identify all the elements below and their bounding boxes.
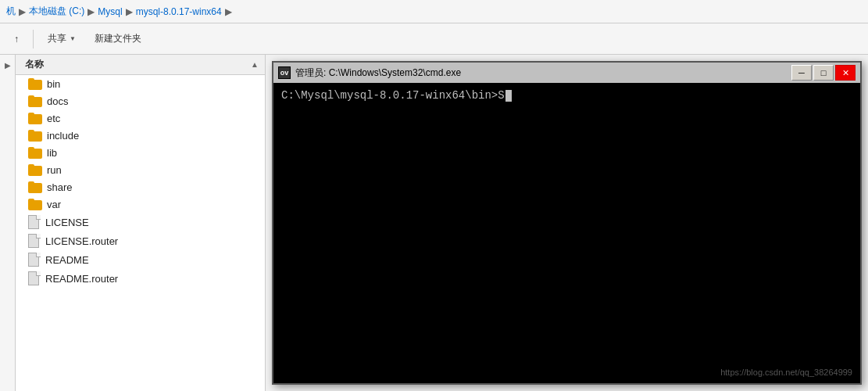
list-item[interactable]: include xyxy=(16,127,265,144)
file-icon xyxy=(28,271,41,285)
list-item[interactable]: docs xyxy=(16,92,265,109)
folder-icon xyxy=(28,77,42,90)
nav-expand-button[interactable]: ▶ xyxy=(1,58,15,72)
share-label: 共享 xyxy=(48,32,66,45)
breadcrumb-label-c: 本地磁盘 (C:) xyxy=(29,5,84,18)
file-icon xyxy=(28,234,41,248)
folder-icon xyxy=(28,146,42,159)
folder-name-share: share xyxy=(47,181,73,193)
cmd-body[interactable]: C:\Mysql\mysql-8.0.17-winx64\bin>S https… xyxy=(273,83,860,383)
cmd-window: ov 管理员: C:\Windows\System32\cmd.exe ─ □ … xyxy=(272,61,862,385)
file-icon xyxy=(28,215,41,229)
toolbar-divider-1 xyxy=(33,30,34,48)
folder-icon xyxy=(28,112,42,124)
share-button[interactable]: 共享 ▼ xyxy=(40,29,84,48)
breadcrumb-label-machine: 机 xyxy=(6,5,16,18)
cmd-watermark: https://blog.csdn.net/qq_38264999 xyxy=(720,368,852,377)
cmd-minimize-button[interactable]: ─ xyxy=(791,65,812,81)
new-folder-label: 新建文件夹 xyxy=(95,32,141,45)
main-area: ▶ 名称 ▲ bin docs etc include xyxy=(0,55,868,391)
breadcrumb-separator-2: ▶ xyxy=(88,6,95,17)
breadcrumb-item-machine[interactable]: 机 xyxy=(6,5,16,18)
breadcrumb-item-mysql64[interactable]: mysql-8.0.17-winx64 xyxy=(136,6,222,17)
cmd-app-icon: ov xyxy=(278,66,291,79)
list-item[interactable]: bin xyxy=(16,75,265,92)
cmd-close-button[interactable]: ✕ xyxy=(835,65,855,81)
list-item[interactable]: LICENSE.router xyxy=(16,231,265,250)
new-folder-button[interactable]: 新建文件夹 xyxy=(87,29,149,48)
file-explorer-panel: 名称 ▲ bin docs etc include lib xyxy=(16,55,266,391)
column-header-name: 名称 ▲ xyxy=(16,55,265,75)
breadcrumb-item-mysql[interactable]: Mysql xyxy=(98,6,122,17)
breadcrumb-separator-3: ▶ xyxy=(126,6,133,17)
list-item[interactable]: etc xyxy=(16,109,265,127)
file-list: bin docs etc include lib run xyxy=(16,75,265,288)
file-name-readme: README xyxy=(45,254,89,266)
list-item[interactable]: README.router xyxy=(16,269,265,288)
folder-icon xyxy=(28,163,42,176)
cmd-prompt-text: C:\Mysql\mysql-8.0.17-winx64\bin>S xyxy=(281,89,505,102)
cmd-cursor xyxy=(505,90,512,102)
cmd-prompt-line: C:\Mysql\mysql-8.0.17-winx64\bin>S xyxy=(281,89,852,102)
cmd-restore-button[interactable]: □ xyxy=(813,65,834,81)
folder-icon xyxy=(28,181,42,193)
folder-name-run: run xyxy=(47,164,62,176)
share-arrow-icon: ▼ xyxy=(70,35,76,42)
cmd-title-text: 管理员: C:\Windows\System32\cmd.exe xyxy=(295,66,787,80)
folder-name-include: include xyxy=(47,130,79,142)
breadcrumb-item-c[interactable]: 本地磁盘 (C:) xyxy=(29,5,84,18)
list-item[interactable]: LICENSE xyxy=(16,213,265,231)
breadcrumb-bar: 机 ▶ 本地磁盘 (C:) ▶ Mysql ▶ mysql-8.0.17-win… xyxy=(0,0,868,23)
list-item[interactable]: run xyxy=(16,161,265,178)
folder-icon xyxy=(28,129,42,142)
folder-name-docs: docs xyxy=(47,95,68,107)
toolbar: ↑ 共享 ▼ 新建文件夹 xyxy=(0,23,868,55)
breadcrumb-label-mysql64: mysql-8.0.17-winx64 xyxy=(136,6,222,17)
nav-up-button[interactable]: ↑ xyxy=(6,30,27,48)
folder-name-bin: bin xyxy=(47,78,60,90)
file-icon xyxy=(28,253,41,267)
list-item[interactable]: var xyxy=(16,196,265,213)
breadcrumb-separator-1: ▶ xyxy=(19,6,26,17)
list-item[interactable]: README xyxy=(16,250,265,269)
file-name-license: LICENSE xyxy=(45,217,89,228)
left-nav-strip: ▶ xyxy=(0,55,16,391)
file-name-readme-router: README.router xyxy=(45,273,118,285)
folder-name-lib: lib xyxy=(47,147,57,159)
folder-name-var: var xyxy=(47,199,61,210)
folder-name-etc: etc xyxy=(47,113,60,124)
list-item[interactable]: share xyxy=(16,178,265,196)
file-name-license-router: LICENSE.router xyxy=(45,235,118,247)
list-item[interactable]: lib xyxy=(16,144,265,161)
cmd-titlebar: ov 管理员: C:\Windows\System32\cmd.exe ─ □ … xyxy=(273,63,860,83)
cmd-window-controls: ─ □ ✕ xyxy=(791,65,855,81)
breadcrumb-separator-4: ▶ xyxy=(225,6,232,17)
col-name-label: 名称 xyxy=(25,58,44,71)
folder-icon xyxy=(28,198,42,210)
folder-icon xyxy=(28,95,42,107)
breadcrumb-label-mysql: Mysql xyxy=(98,6,122,17)
sort-arrow-icon: ▲ xyxy=(251,60,259,69)
